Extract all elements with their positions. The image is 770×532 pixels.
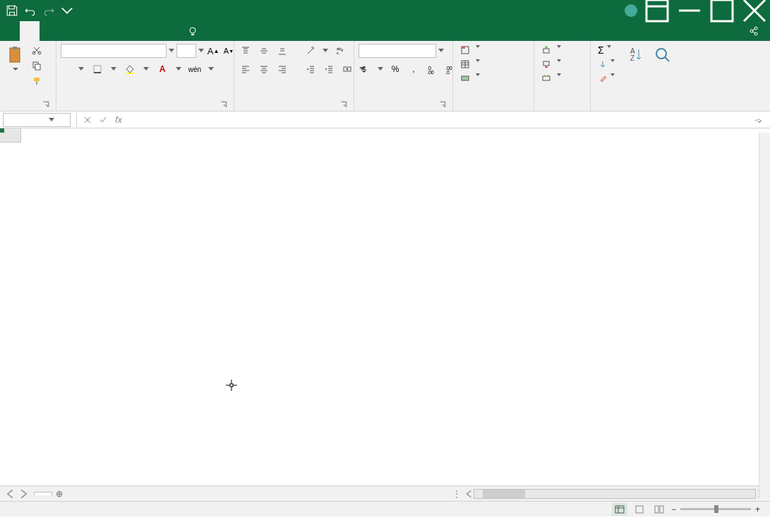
delete-cells-button[interactable]	[539, 58, 570, 71]
name-box[interactable]	[3, 113, 71, 127]
page-break-view-button[interactable]	[651, 503, 667, 516]
font-family-dropdown[interactable]	[168, 44, 175, 58]
cut-button[interactable]	[30, 44, 44, 56]
border-button[interactable]	[90, 63, 104, 75]
vertical-scrollbar[interactable]	[759, 133, 770, 498]
cell-styles-button[interactable]	[457, 72, 488, 85]
redo-icon[interactable]	[42, 4, 55, 17]
format-as-table-button[interactable]	[457, 58, 488, 71]
clear-button[interactable]	[595, 72, 623, 85]
font-launcher[interactable]	[219, 100, 228, 109]
align-middle-button[interactable]	[257, 44, 271, 57]
name-box-dropdown-icon[interactable]	[49, 118, 54, 122]
spreadsheet-grid[interactable]	[0, 128, 770, 485]
format-painter-button[interactable]	[30, 75, 44, 87]
comma-button[interactable]: ,	[407, 63, 421, 75]
font-family-input[interactable]	[61, 44, 167, 58]
zoom-thumb[interactable]	[714, 505, 718, 513]
menu-formulas[interactable]	[79, 21, 99, 41]
sheet-nav-prev-icon[interactable]	[6, 489, 16, 499]
fill-handle[interactable]	[0, 128, 4, 133]
align-top-button[interactable]	[239, 44, 253, 57]
menu-page-layout[interactable]	[59, 21, 79, 41]
menu-review[interactable]	[119, 21, 138, 41]
menu-data[interactable]	[99, 21, 119, 41]
clipboard-launcher[interactable]	[42, 100, 50, 109]
alignment-launcher[interactable]	[339, 100, 348, 109]
svg-rect-6	[10, 48, 20, 62]
merge-button[interactable]	[340, 63, 354, 75]
format-cells-button[interactable]	[539, 72, 570, 85]
undo-icon[interactable]	[24, 4, 37, 17]
number-launcher[interactable]	[438, 100, 447, 109]
border-dropdown[interactable]	[110, 62, 117, 76]
font-color-button[interactable]: A	[155, 63, 169, 75]
align-bottom-button[interactable]	[275, 44, 289, 57]
menu-view[interactable]	[138, 21, 158, 41]
cancel-button[interactable]	[80, 113, 95, 127]
customize-dropdown-icon[interactable]	[61, 4, 73, 17]
name-box-input[interactable]	[6, 115, 49, 125]
fill-color-button[interactable]	[123, 63, 137, 75]
fill-color-dropdown[interactable]	[143, 62, 150, 76]
copy-button[interactable]	[30, 59, 44, 72]
sheet-tab[interactable]	[34, 492, 52, 495]
font-size-dropdown[interactable]	[198, 44, 205, 58]
scroll-left-icon[interactable]	[465, 490, 474, 498]
paste-button[interactable]	[4, 44, 27, 73]
tell-me[interactable]	[178, 21, 212, 41]
font-color-dropdown[interactable]	[175, 62, 182, 76]
close-icon[interactable]	[742, 0, 767, 21]
zoom-slider[interactable]	[680, 508, 751, 510]
save-icon[interactable]	[6, 4, 18, 17]
avatar[interactable]	[625, 4, 637, 17]
add-sheet-button[interactable]: ⊕	[52, 489, 66, 499]
menu-insert[interactable]	[40, 21, 59, 41]
menu-home[interactable]	[20, 21, 40, 41]
menu-file[interactable]	[0, 21, 20, 41]
align-center-button[interactable]	[257, 63, 271, 75]
decrease-indent-button[interactable]	[303, 63, 318, 75]
page-layout-view-button[interactable]	[632, 503, 647, 516]
zoom-in-button[interactable]: +	[755, 504, 760, 514]
orientation-dropdown[interactable]	[322, 44, 329, 58]
underline-dropdown[interactable]	[78, 62, 85, 76]
increase-font-button[interactable]: A▲	[206, 44, 220, 57]
zoom-out-button[interactable]: −	[671, 504, 676, 514]
currency-dropdown[interactable]	[377, 62, 384, 76]
insert-cells-button[interactable]	[539, 44, 570, 56]
sort-filter-button[interactable]: AZ	[626, 44, 649, 68]
scroll-thumb[interactable]	[483, 490, 525, 498]
autosum-button[interactable]: Σ	[595, 44, 623, 56]
phonetic-button[interactable]: wén	[188, 63, 202, 75]
number-format-input[interactable]	[359, 44, 436, 58]
formula-input[interactable]	[126, 114, 756, 125]
number-format-dropdown[interactable]	[438, 44, 445, 58]
collapse-ribbon-icon[interactable]: ︿	[754, 113, 766, 123]
minimize-icon[interactable]	[677, 0, 702, 21]
phonetic-dropdown[interactable]	[207, 62, 215, 76]
horizontal-scrollbar[interactable]	[474, 489, 756, 499]
currency-button[interactable]: $	[359, 63, 373, 75]
align-left-button[interactable]	[239, 63, 253, 75]
orientation-button[interactable]	[303, 44, 318, 57]
fx-button[interactable]: fx	[111, 113, 126, 127]
conditional-format-button[interactable]	[457, 44, 488, 56]
menu-help[interactable]	[158, 21, 178, 41]
font-size-input[interactable]	[176, 44, 196, 58]
increase-indent-button[interactable]	[322, 63, 336, 75]
enter-button[interactable]	[95, 113, 111, 127]
ribbon-display-icon[interactable]	[644, 0, 670, 21]
align-right-button[interactable]	[275, 63, 289, 75]
find-select-button[interactable]	[651, 44, 674, 68]
percent-button[interactable]: %	[388, 63, 402, 75]
fill-button[interactable]	[595, 58, 623, 71]
share-icon[interactable]	[749, 26, 759, 36]
maximize-icon[interactable]	[709, 0, 735, 21]
sheet-nav-next-icon[interactable]	[18, 489, 28, 499]
status-bar: − +	[0, 501, 770, 516]
wrap-text-button[interactable]: abc	[333, 44, 347, 57]
increase-decimal-button[interactable]: .0.00	[425, 63, 439, 75]
decrease-font-button[interactable]: A▼	[222, 44, 236, 57]
normal-view-button[interactable]	[612, 503, 627, 516]
